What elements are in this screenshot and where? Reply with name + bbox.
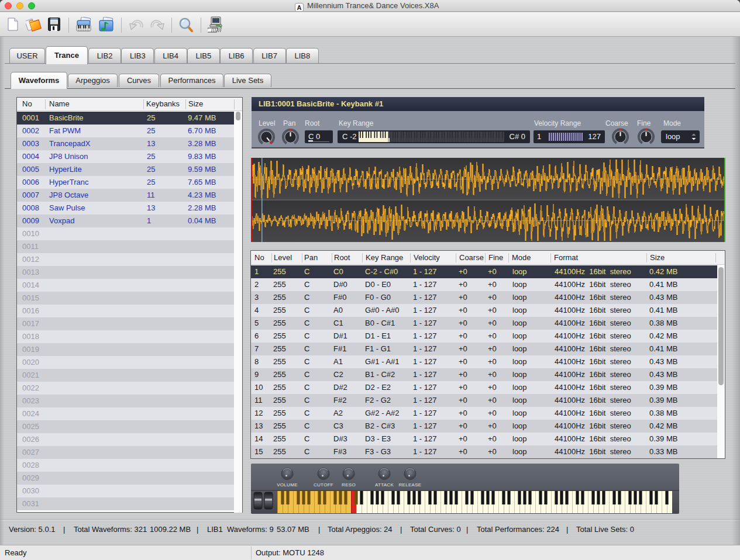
svg-text:RELEASE: RELEASE xyxy=(398,482,421,488)
svg-text:CUTOFF: CUTOFF xyxy=(314,482,333,488)
svg-text:ATTACK: ATTACK xyxy=(375,482,394,488)
svg-text:RESO: RESO xyxy=(342,482,356,488)
svg-text:VOLUME: VOLUME xyxy=(277,482,298,488)
